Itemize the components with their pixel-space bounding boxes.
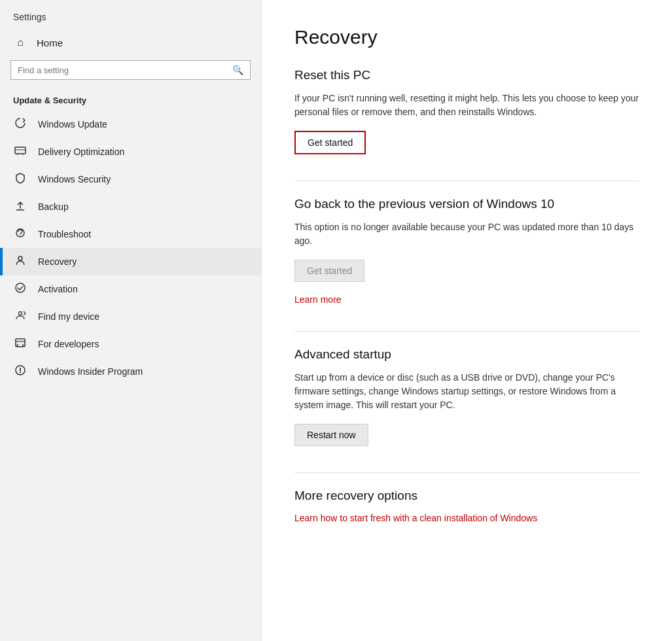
windows-insider-icon xyxy=(13,364,27,379)
sidebar-home[interactable]: ⌂ Home xyxy=(0,30,261,55)
svg-point-3 xyxy=(18,256,22,260)
go-back-learn-more-link[interactable]: Learn more xyxy=(294,294,342,305)
windows-security-icon xyxy=(13,172,27,186)
nav-item-troubleshoot[interactable]: Troubleshoot xyxy=(0,220,261,248)
reset-pc-heading: Reset this PC xyxy=(294,68,639,82)
page-title: Recovery xyxy=(294,26,639,48)
nav-label: Find my device xyxy=(38,311,99,322)
nav-item-find-my-device[interactable]: Find my device xyxy=(0,303,261,330)
nav-label: Backup xyxy=(38,201,69,212)
more-recovery-heading: More recovery options xyxy=(294,489,639,503)
nav-label: For developers xyxy=(38,339,99,349)
search-input[interactable] xyxy=(18,65,228,75)
reset-pc-get-started-button[interactable]: Get started xyxy=(294,131,366,154)
svg-point-4 xyxy=(16,283,25,292)
nav-item-delivery-optimization[interactable]: Delivery Optimization xyxy=(0,138,261,165)
backup-icon xyxy=(13,199,27,214)
restart-now-button[interactable]: Restart now xyxy=(294,424,368,446)
find-my-device-icon xyxy=(13,309,27,324)
divider-2 xyxy=(294,331,639,332)
nav-label: Delivery Optimization xyxy=(38,147,124,157)
svg-point-5 xyxy=(19,312,22,315)
more-recovery-link[interactable]: Learn how to start fresh with a clean in… xyxy=(294,513,537,523)
nav-item-windows-insider[interactable]: Windows Insider Program xyxy=(0,358,261,385)
troubleshoot-icon xyxy=(13,227,27,241)
nav-label: Windows Update xyxy=(38,119,107,130)
divider-1 xyxy=(294,181,639,181)
windows-update-icon xyxy=(13,117,27,131)
reset-pc-desc: If your PC isn't running well, resetting… xyxy=(294,92,639,119)
advanced-startup-desc: Start up from a device or disc (such as … xyxy=(294,371,639,412)
advanced-startup-heading: Advanced startup xyxy=(294,347,639,362)
go-back-heading: Go back to the previous version of Windo… xyxy=(294,197,639,211)
nav-label: Recovery xyxy=(38,256,77,267)
divider-3 xyxy=(294,472,639,473)
nav-label: Windows Security xyxy=(38,174,111,184)
go-back-get-started-button: Get started xyxy=(294,260,364,282)
activation-icon xyxy=(13,282,27,296)
nav-item-activation[interactable]: Activation xyxy=(0,275,261,303)
nav-label: Windows Insider Program xyxy=(38,366,143,377)
app-title: Settings xyxy=(0,0,261,30)
nav-item-windows-security[interactable]: Windows Security xyxy=(0,165,261,193)
for-developers-icon xyxy=(13,337,27,351)
svg-rect-0 xyxy=(15,147,26,154)
go-back-desc: This option is no longer available becau… xyxy=(294,220,639,248)
nav-item-windows-update[interactable]: Windows Update xyxy=(0,111,261,138)
home-label: Home xyxy=(37,37,63,48)
search-container: 🔍 xyxy=(10,60,251,80)
nav-item-for-developers[interactable]: For developers xyxy=(0,330,261,358)
recovery-icon xyxy=(13,254,27,269)
home-icon: ⌂ xyxy=(13,37,27,48)
nav-label: Activation xyxy=(38,284,78,294)
svg-point-2 xyxy=(20,235,21,237)
nav-label: Troubleshoot xyxy=(38,229,91,239)
section-label: Update & Security xyxy=(0,88,261,111)
nav-item-recovery[interactable]: Recovery xyxy=(0,248,261,275)
nav-item-backup[interactable]: Backup xyxy=(0,193,261,220)
search-icon: 🔍 xyxy=(232,65,243,75)
main-content: Recovery Reset this PC If your PC isn't … xyxy=(262,0,672,641)
sidebar: Settings ⌂ Home 🔍 Update & Security Wind… xyxy=(0,0,262,641)
delivery-optimization-icon xyxy=(13,145,27,159)
